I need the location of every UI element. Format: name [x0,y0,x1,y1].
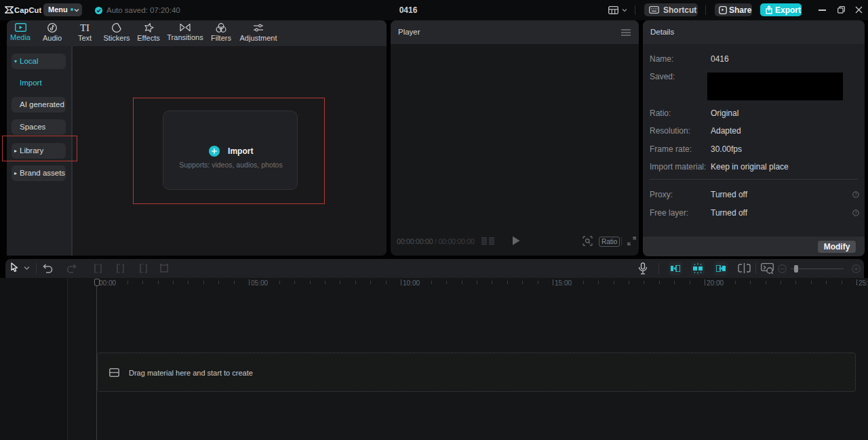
svg-text:?: ? [854,210,857,215]
svg-text:?: ? [854,192,857,197]
